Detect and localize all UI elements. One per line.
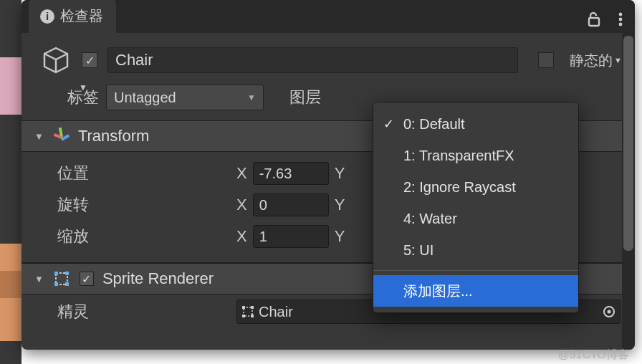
position-label: 位置 (57, 163, 236, 184)
layer-menu-item[interactable]: 4: Water (373, 203, 578, 234)
scrollbar-thumb[interactable] (623, 36, 633, 251)
y-label: Y (335, 164, 345, 183)
scene-edge-orange (0, 298, 21, 341)
x-label: X (236, 196, 247, 214)
chevron-down-icon: ▼ (247, 92, 256, 102)
x-label: X (236, 227, 247, 246)
svg-rect-0 (589, 18, 599, 26)
svg-rect-11 (251, 306, 254, 309)
sprite-renderer-icon (52, 269, 71, 288)
cube-icon[interactable] (40, 44, 72, 76)
tag-dropdown[interactable]: Untagged ▼ (106, 85, 264, 110)
layer-label: 图层 (289, 87, 321, 108)
layer-dropdown-menu: 0: Default 1: TransparentFX 2: Ignore Ra… (373, 102, 579, 313)
tab-title: 检查器 (60, 6, 103, 26)
chevron-down-icon[interactable]: ▼ (79, 82, 87, 92)
layer-menu-item[interactable]: 0: Default (373, 108, 578, 140)
layer-menu-item[interactable]: 2: Ignore Raycast (373, 171, 578, 203)
sprite-value: Chair (259, 304, 293, 320)
static-checkbox[interactable] (538, 52, 554, 68)
svg-rect-7 (54, 282, 58, 286)
sprite-renderer-title: Sprite Renderer (102, 269, 214, 288)
sprite-icon (241, 305, 254, 318)
scale-x-input[interactable]: 1 (253, 225, 329, 248)
svg-point-15 (607, 310, 610, 314)
rotation-label: 旋转 (57, 194, 236, 216)
chevron-down-icon: ▼ (614, 56, 622, 64)
info-icon: i (40, 9, 54, 24)
static-label[interactable]: 静态的 ▼ (570, 51, 622, 70)
svg-point-1 (619, 13, 623, 16)
x-label: X (236, 164, 247, 183)
svg-rect-5 (54, 272, 58, 275)
watermark: @51CTO博客 (557, 348, 629, 363)
object-picker-button[interactable] (598, 300, 621, 324)
scene-edge-orange (0, 271, 21, 298)
tab-bar: i 检查器 (21, 0, 635, 33)
scene-edge-pink (0, 57, 21, 115)
svg-rect-12 (242, 315, 245, 317)
svg-point-3 (619, 23, 623, 27)
svg-rect-8 (65, 282, 69, 286)
gameobject-name-text: Chair (115, 51, 153, 70)
gameobject-header: ✓ Chair 静态的 ▼ (21, 33, 635, 80)
scrollbar[interactable] (622, 33, 635, 350)
component-enabled-checkbox[interactable]: ✓ (80, 272, 94, 286)
scene-edge-orange (0, 244, 21, 271)
sprite-label: 精灵 (57, 301, 236, 322)
svg-rect-10 (242, 306, 245, 309)
transform-icon (52, 128, 70, 145)
foldout-icon: ▼ (34, 274, 44, 284)
menu-separator (373, 270, 578, 271)
y-label: Y (335, 196, 345, 214)
tag-value: Untagged (114, 90, 176, 106)
layer-menu-item[interactable]: 5: UI (373, 234, 578, 266)
gameobject-name-input[interactable]: Chair (107, 47, 518, 73)
foldout-icon: ▼ (34, 131, 44, 142)
svg-rect-6 (65, 272, 69, 275)
add-layer-menu-item[interactable]: 添加图层... (373, 275, 578, 307)
active-checkbox[interactable]: ✓ (82, 52, 97, 68)
svg-rect-13 (251, 315, 254, 317)
layer-menu-item[interactable]: 1: TransparentFX (373, 140, 578, 171)
transform-title: Transform (78, 127, 149, 145)
svg-point-2 (619, 18, 623, 21)
position-x-input[interactable]: -7.63 (253, 162, 329, 185)
rotation-x-input[interactable]: 0 (253, 193, 329, 216)
lock-icon[interactable] (588, 11, 602, 27)
scale-label: 缩放 (57, 226, 236, 247)
kebab-menu-icon[interactable] (618, 11, 623, 27)
inspector-tab[interactable]: i 检查器 (29, 0, 116, 33)
y-label: Y (335, 227, 345, 246)
